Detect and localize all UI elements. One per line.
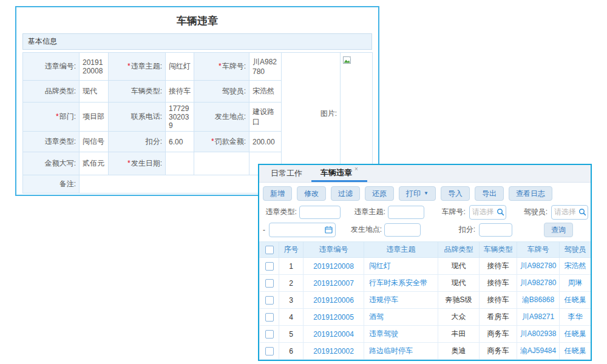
subject-value: 闯红灯 xyxy=(166,53,194,81)
row-index: 1 xyxy=(279,258,304,275)
row-index: 2 xyxy=(279,275,304,292)
filter-button[interactable]: 过滤 xyxy=(331,186,360,201)
subject-filter-label: 违章主题: xyxy=(354,207,385,217)
row-index: 4 xyxy=(279,309,304,326)
plate-cell[interactable]: 川A98271 xyxy=(517,309,560,326)
date-label: *发生日期: xyxy=(109,152,166,175)
row-checkbox[interactable] xyxy=(265,313,274,322)
filter-row-2: - 发生地点: 扣分: 查询 xyxy=(262,221,588,238)
driver-cell[interactable]: 任晓巢 xyxy=(560,343,591,360)
plate-cell[interactable]: 川A982780 xyxy=(517,258,560,275)
form-title: 车辆违章 xyxy=(16,7,378,33)
brand-value: 现代 xyxy=(80,81,109,103)
tab-bar: 日常工作 车辆违章 × xyxy=(259,165,591,183)
plate-picker[interactable]: 请选择 xyxy=(469,205,506,220)
brand-cell: 现代 xyxy=(438,258,480,275)
subject-link[interactable]: 违规停车 xyxy=(364,292,438,309)
date-value xyxy=(166,152,194,175)
type-cell: 看房车 xyxy=(480,309,517,326)
phone-value: 17729302039 xyxy=(166,103,194,132)
subject-link[interactable]: 违章驾驶 xyxy=(364,326,438,343)
reset-button[interactable]: 还原 xyxy=(365,186,394,201)
row-checkbox[interactable] xyxy=(265,330,274,339)
points-filter-input[interactable] xyxy=(479,223,512,237)
search-button[interactable]: 查询 xyxy=(544,223,573,237)
violation-no-link[interactable]: 2019120008 xyxy=(304,258,364,275)
violation-no-link[interactable]: 2019120004 xyxy=(304,326,364,343)
violation-no-link[interactable]: 2019120006 xyxy=(304,292,364,309)
print-button[interactable]: 打印▼ xyxy=(399,186,436,201)
row-checkbox[interactable] xyxy=(265,262,274,271)
violation-type-filter-input[interactable] xyxy=(299,206,341,219)
plate-filter-label: 车牌号: xyxy=(440,207,466,217)
required-star: * xyxy=(127,62,131,70)
plate-cell[interactable]: 川A982780 xyxy=(517,275,560,292)
row-checkbox[interactable] xyxy=(265,296,274,305)
tab-close-icon[interactable]: × xyxy=(354,166,358,172)
date-range-dash: - xyxy=(263,226,265,234)
subject-link[interactable]: 行车时未系安全带 xyxy=(364,275,438,292)
subject-link[interactable]: 闯红灯 xyxy=(364,258,438,275)
import-button[interactable]: 导入 xyxy=(441,186,470,201)
subject-filter-input[interactable] xyxy=(388,206,424,219)
end-date-input[interactable] xyxy=(269,223,336,237)
plate-cell[interactable]: 川A802938 xyxy=(517,326,560,343)
row-index: 5 xyxy=(279,326,304,343)
edit-button[interactable]: 修改 xyxy=(297,186,326,201)
search-icon[interactable] xyxy=(497,208,504,216)
driver-filter-label: 驾驶员: xyxy=(522,207,548,217)
view-log-button[interactable]: 查看日志 xyxy=(509,186,552,201)
subject-link[interactable]: 路边临时停车 xyxy=(364,343,438,360)
location-filter-input[interactable] xyxy=(384,223,421,237)
driver-picker[interactable]: 请选择 xyxy=(551,205,588,220)
section-basic-info: 基本信息 xyxy=(22,33,372,50)
row-checkbox[interactable] xyxy=(265,279,274,288)
driver-cell[interactable]: 任晓巢 xyxy=(560,326,591,343)
driver-cell[interactable]: 任晓巢 xyxy=(560,292,591,309)
plate-cell[interactable]: 渝AJ59484 xyxy=(517,343,560,360)
driver-cell[interactable]: 周琳 xyxy=(560,275,591,292)
violation-no-link[interactable]: 2019120007 xyxy=(304,275,364,292)
type-cell: 商务车 xyxy=(480,326,517,343)
violation-type-value: 闯信号 xyxy=(80,132,109,152)
search-icon[interactable] xyxy=(578,208,586,216)
table-row: 6 2019120002 路边临时停车 奥迪 商务车 渝AJ59484 任晓巢 xyxy=(260,343,591,360)
plate-value: 川A982780 xyxy=(249,53,282,81)
add-button[interactable]: 新增 xyxy=(263,186,292,201)
violation-grid: 序号 违章编号 违章主题 品牌类型 车辆类型 车牌号 驾驶员 1 2019120… xyxy=(259,241,591,360)
driver-cell[interactable]: 李华 xyxy=(560,309,591,326)
tab-vehicle-violation[interactable]: 车辆违章 × xyxy=(311,165,367,182)
subject-link[interactable]: 酒驾 xyxy=(364,309,438,326)
driver-cell[interactable]: 宋浩然 xyxy=(560,258,591,275)
plate-label: *车牌号: xyxy=(194,53,249,81)
violation-no-link[interactable]: 2019120005 xyxy=(304,309,364,326)
type-cell: 商务车 xyxy=(480,343,517,360)
caret-down-icon: ▼ xyxy=(424,191,429,196)
location-value: 建设路口 xyxy=(249,103,282,132)
header-checkbox-cell xyxy=(260,242,279,258)
type-cell: 接待车 xyxy=(480,275,517,292)
col-driver: 驾驶员 xyxy=(560,242,591,258)
tab-daily-work[interactable]: 日常工作 xyxy=(262,165,311,182)
plate-cell[interactable]: 渝B86868 xyxy=(517,292,560,309)
col-brand: 品牌类型 xyxy=(438,242,480,258)
department-label: *部门: xyxy=(23,103,80,132)
row-checkbox[interactable] xyxy=(265,347,274,356)
brand-cell: 大众 xyxy=(438,309,480,326)
brand-cell: 奔驰S级 xyxy=(438,292,480,309)
points-label: 扣分: xyxy=(109,132,166,152)
table-row: 3 2019120006 违规停车 奔驰S级 接待车 渝B86868 任晓巢 xyxy=(260,292,591,309)
calendar-icon[interactable] xyxy=(325,226,333,234)
col-subject: 违章主题 xyxy=(364,242,438,258)
col-violation-no: 违章编号 xyxy=(304,242,364,258)
export-button[interactable]: 导出 xyxy=(475,186,504,201)
violation-no-link[interactable]: 2019120002 xyxy=(304,343,364,360)
location-filter-label: 发生地点: xyxy=(343,224,382,235)
broken-image-icon xyxy=(343,56,352,64)
brand-cell: 奥迪 xyxy=(438,343,480,360)
amount-words-value: 贰佰元 xyxy=(80,152,109,175)
amount-words-label: 金额大写: xyxy=(23,152,80,175)
department-value: 项目部 xyxy=(80,103,109,132)
select-all-checkbox[interactable] xyxy=(265,246,274,254)
violation-type-label: 违章类型: xyxy=(23,132,80,152)
